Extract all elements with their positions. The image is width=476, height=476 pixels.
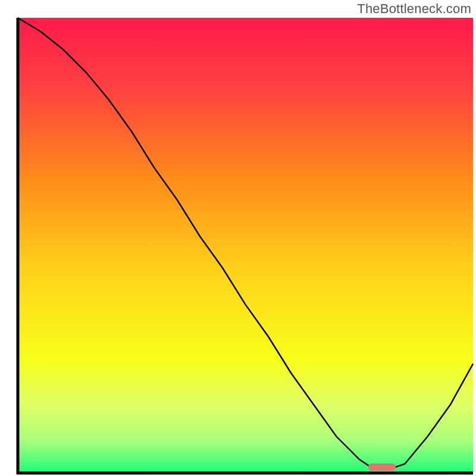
chart-svg	[0, 0, 476, 476]
optimal-marker	[368, 464, 396, 471]
plot-background	[18, 18, 473, 473]
chart-container: TheBottleneck.com	[0, 0, 476, 476]
watermark-text: TheBottleneck.com	[357, 1, 471, 17]
